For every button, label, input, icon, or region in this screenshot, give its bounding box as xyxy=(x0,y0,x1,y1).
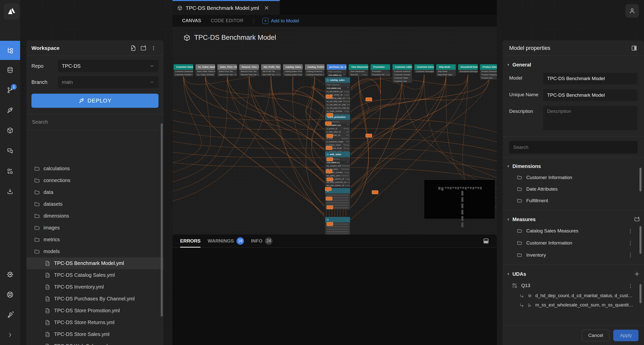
tree-file-tpc-ds-inventory-yml[interactable]: TPC-DS Inventory.yml xyxy=(26,281,164,293)
rail-api-key[interactable] xyxy=(0,305,20,324)
new-file-button[interactable] xyxy=(128,43,138,53)
new-folder-button[interactable] xyxy=(138,43,148,53)
uda-child-row[interactable]: d_hd_dep_count, d_cd_marital_status, d_c… xyxy=(503,291,644,300)
dimension-item[interactable]: Customer Information xyxy=(503,172,644,183)
node-section-header[interactable]: COLUMNS (7)⌃ xyxy=(325,161,350,164)
edge-label-badge[interactable] xyxy=(327,205,333,209)
node-menu-icon[interactable]: ··· xyxy=(346,153,349,156)
uda-child-row[interactable]: m_ss_ext_wholesale_cost_sum, m_ss_quanti… xyxy=(503,300,644,310)
tree-scrollbar[interactable] xyxy=(161,123,163,317)
model-name-input[interactable] xyxy=(543,73,637,84)
node-menu-icon[interactable]: ··· xyxy=(386,66,389,68)
canvas-node[interactable]: Product Dimension ...···Product Dimensio… xyxy=(480,64,497,80)
repo-select[interactable]: TPC-DS xyxy=(58,60,158,72)
atscale-logo[interactable] xyxy=(4,4,20,20)
measure-item-menu[interactable]: ⋮ xyxy=(628,240,640,246)
edge-label-badge[interactable] xyxy=(366,134,372,137)
tree-folder-models[interactable]: models xyxy=(26,246,164,257)
canvas-node[interactable]: Sales_Price_Tier···Sales Price TierSales… xyxy=(217,64,237,76)
tree-file-tpc-ds-web-sales-yml[interactable]: TPC-DS Web Sales.yml xyxy=(26,340,164,345)
edge-label-badge[interactable] xyxy=(326,146,332,150)
measure-item-menu[interactable]: ⋮ xyxy=(628,252,640,258)
tree-file-tpc-ds-store-sales-yml[interactable]: TPC-DS Store Sales.yml xyxy=(26,328,164,340)
edge-label-badge[interactable] xyxy=(327,113,333,117)
rail-transform[interactable] xyxy=(0,162,20,181)
uda-group-menu[interactable]: ⋮ xyxy=(628,283,640,289)
canvas-node[interactable]: Household Demogr...···Household Demograp… xyxy=(458,64,478,73)
rail-help[interactable] xyxy=(0,285,20,304)
edge-label-badge[interactable] xyxy=(327,157,333,161)
tab-tpcds-benchmark-model[interactable]: TPC-DS Benchmark Model.yml ✕ xyxy=(173,0,280,15)
rail-git-branch[interactable]: 1 xyxy=(0,81,20,100)
node-menu-icon[interactable]: ··· xyxy=(346,79,349,81)
node-menu-icon[interactable]: ··· xyxy=(346,218,349,221)
node-menu-icon[interactable]: ··· xyxy=(346,189,349,192)
measures-scrollbar[interactable] xyxy=(639,226,641,254)
canvas-minimap[interactable] xyxy=(424,180,495,219)
canvas-node[interactable]: Ship Mode···Ship ModeShip Mode Type xyxy=(436,64,456,76)
tree-file-tpc-ds-store-returns-yml[interactable]: TPC-DS Store Returns.yml xyxy=(26,317,164,328)
rail-deploy-rocket[interactable] xyxy=(0,101,20,120)
dimension-item[interactable]: Fulfillment xyxy=(503,195,644,206)
branch-select[interactable]: main xyxy=(58,76,158,88)
add-measure-folder-button[interactable] xyxy=(634,216,640,222)
tree-search-input[interactable] xyxy=(26,114,164,130)
measure-item[interactable]: Customer Information ⋮ xyxy=(503,237,644,249)
model-canvas[interactable]: TPC-DS Benchmark Model Customer Dimensio… xyxy=(173,27,497,234)
edge-label-badge[interactable] xyxy=(327,134,333,138)
panel-collapse-button[interactable] xyxy=(631,45,637,51)
console-panel-toggle[interactable] xyxy=(483,238,489,244)
rail-expand[interactable] xyxy=(0,325,20,344)
description-input[interactable] xyxy=(543,106,637,130)
measure-item[interactable]: Catalog Sales Measures ⋮ xyxy=(503,225,644,237)
canvas-node[interactable]: Returns_Time_Tier···Returns Time TierRet… xyxy=(239,64,259,76)
edge-label-badge[interactable] xyxy=(325,122,332,125)
edge-label-badge[interactable] xyxy=(372,190,378,194)
tree-folder-metrics[interactable]: metrics xyxy=(26,234,164,246)
canvas-node[interactable]: Customer Dimension - ...···Customer Dime… xyxy=(174,64,193,76)
apply-button[interactable]: Apply xyxy=(613,330,638,341)
section-dimensions[interactable]: ▼ Dimensions xyxy=(503,157,644,172)
tree-folder-datasets[interactable]: datasets xyxy=(26,198,164,210)
edge-label-badge[interactable] xyxy=(327,222,333,226)
dimensions-scrollbar[interactable] xyxy=(639,168,641,191)
deploy-button[interactable]: DEPLOY xyxy=(31,94,158,108)
section-measures[interactable]: ▼ Measures xyxy=(503,210,644,225)
user-account-button[interactable] xyxy=(625,4,639,18)
tree-file-tpc-ds-purchases-by-channel-yml[interactable]: TPC-DS Purchases By Channel.yml xyxy=(26,293,164,305)
add-to-model-button[interactable]: + Add to Model xyxy=(262,18,299,24)
properties-search-input[interactable] xyxy=(509,141,637,154)
edge-label-badge[interactable] xyxy=(326,169,332,173)
unique-name-input[interactable] xyxy=(543,89,637,101)
tree-folder-connections[interactable]: connections xyxy=(26,175,164,186)
edge-label-badge[interactable] xyxy=(325,187,332,191)
tab-warnings[interactable]: WARNINGS 18 xyxy=(208,234,244,248)
tree-file-tpc-ds-catalog-sales-yml[interactable]: TPC-DS Catalog Sales.yml xyxy=(26,269,164,281)
edge-label-badge[interactable] xyxy=(327,178,333,181)
tab-canvas[interactable]: CANVAS xyxy=(182,18,201,23)
tree-folder-images[interactable]: images xyxy=(26,222,164,234)
canvas-node[interactable]: Customer Address···Customer AddressCusto… xyxy=(392,64,412,83)
rail-package[interactable] xyxy=(0,121,20,140)
tab-close-icon[interactable]: ✕ xyxy=(264,5,269,12)
uda-group-row[interactable]: Q13 ⋮ xyxy=(503,280,644,291)
tab-errors[interactable]: ERRORS xyxy=(180,234,200,248)
tab-info[interactable]: INFO 24 xyxy=(251,234,272,248)
edge-label-badge[interactable] xyxy=(326,197,332,200)
tree-folder-dimensions[interactable]: dimensions xyxy=(26,210,164,222)
node-menu-icon[interactable]: ··· xyxy=(347,116,350,118)
node-section-header[interactable]: COLUMNS (10)⌃ xyxy=(325,87,350,90)
tab-code-editor[interactable]: CODE EDITOR xyxy=(211,18,244,23)
tree-folder-calculations[interactable]: calculations xyxy=(26,163,164,175)
node-section-header[interactable]: COLUMNS (1)⌃ xyxy=(327,74,346,77)
canvas-node[interactable]: Customer Demogra...···Customer Demograph… xyxy=(414,64,434,73)
rail-settings[interactable] xyxy=(0,265,20,284)
edge-label-badge[interactable] xyxy=(366,97,372,101)
tree-folder-data[interactable]: data xyxy=(26,186,164,198)
tree-file-tpc-ds-benchmark-model-yml[interactable]: TPC-DS Benchmark Model.yml xyxy=(26,257,164,269)
section-udas[interactable]: ▼ UDAs xyxy=(503,265,644,280)
tree-file-tpc-ds-store-promotion-yml[interactable]: TPC-DS Store Promotion.yml xyxy=(26,305,164,317)
workspace-menu-button[interactable] xyxy=(148,43,158,53)
measure-item-menu[interactable]: ⋮ xyxy=(628,228,640,234)
measure-item[interactable]: Inventory ⋮ xyxy=(503,249,644,261)
